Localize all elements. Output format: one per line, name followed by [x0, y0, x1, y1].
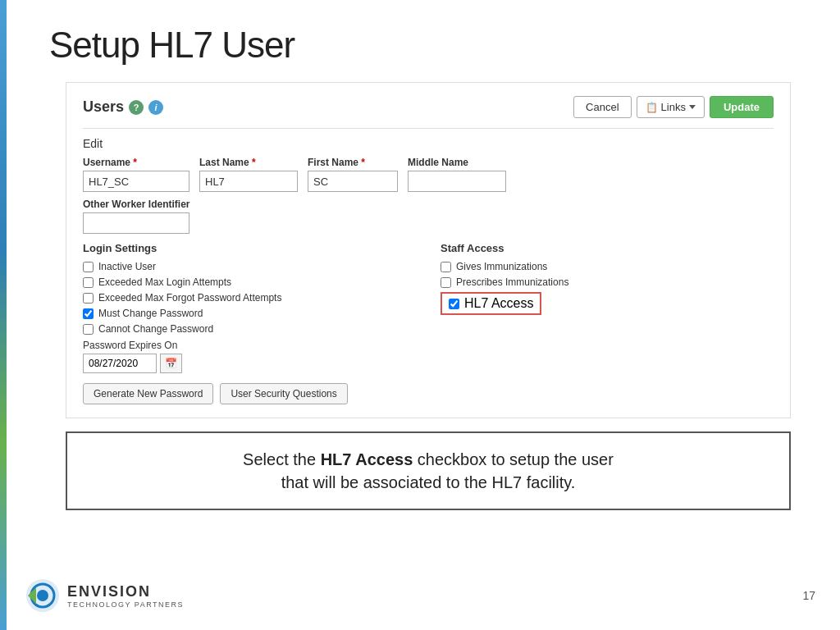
middlename-label: Middle Name	[408, 157, 506, 168]
links-button[interactable]: 📋 Links	[637, 96, 705, 118]
gives-immunizations-label: Gives Immunizations	[456, 261, 547, 272]
cannot-change-password-row: Cannot Change Password	[83, 323, 416, 335]
info-icon[interactable]: i	[148, 100, 163, 115]
prescribes-immunizations-label: Prescribes Immunizations	[456, 276, 568, 288]
exceeded-max-forgot-label: Exceeded Max Forgot Password Attempts	[98, 292, 281, 304]
logo-subtitle: TECHNOLOGY PARTNERS	[67, 600, 184, 609]
firstname-label: First Name *	[308, 157, 398, 168]
username-input[interactable]	[83, 171, 189, 192]
logo-svg	[25, 578, 61, 614]
copy-icon: 📋	[646, 102, 658, 113]
password-expires-input[interactable]	[83, 354, 157, 373]
inactive-user-row: Inactive User	[83, 261, 416, 272]
logo-name: ENVISION	[67, 583, 184, 600]
other-worker-section: Other Worker Identifier	[83, 199, 774, 234]
hl7-access-label: HL7 Access	[464, 296, 533, 311]
prescribes-immunizations-row: Prescribes Immunizations	[441, 276, 774, 288]
login-settings-title: Login Settings	[83, 242, 416, 254]
calendar-button[interactable]: 📅	[160, 354, 182, 373]
two-col-layout: Login Settings Inactive User Exceeded Ma…	[83, 242, 774, 404]
info-bold-text: HL7 Access	[321, 450, 413, 468]
header-buttons: Cancel 📋 Links Update	[573, 96, 774, 118]
firstname-group: First Name *	[308, 157, 398, 192]
footer: ENVISION TECHNOLOGY PARTNERS 17	[25, 578, 815, 614]
page-number: 17	[802, 589, 815, 602]
divider	[83, 128, 774, 129]
cannot-change-password-checkbox[interactable]	[83, 324, 94, 335]
logo-text-area: ENVISION TECHNOLOGY PARTNERS	[67, 583, 184, 609]
otherworker-input[interactable]	[83, 212, 189, 234]
inactive-user-checkbox[interactable]	[83, 262, 94, 272]
info-box: Select the HL7 Access checkbox to setup …	[66, 431, 791, 510]
help-icon[interactable]: ?	[129, 100, 144, 115]
page-title: Setup HL7 User	[49, 25, 807, 66]
fields-row: Username * Last Name * First Name * Midd…	[83, 157, 774, 192]
exceeded-max-login-label: Exceeded Max Login Attempts	[98, 276, 231, 288]
cancel-button[interactable]: Cancel	[573, 96, 631, 118]
must-change-password-label: Must Change Password	[98, 308, 203, 319]
svg-point-2	[37, 590, 48, 601]
info-text-line2: that will be associated to the HL7 facil…	[281, 473, 576, 491]
lastname-group: Last Name *	[199, 157, 298, 192]
middlename-input[interactable]	[408, 171, 506, 192]
cannot-change-password-label: Cannot Change Password	[98, 323, 213, 335]
hl7-access-box: HL7 Access	[441, 292, 541, 315]
must-change-password-row: Must Change Password	[83, 308, 416, 319]
generate-password-button[interactable]: Generate New Password	[83, 383, 213, 404]
staff-access-title: Staff Access	[441, 242, 774, 254]
security-questions-button[interactable]: User Security Questions	[220, 383, 347, 404]
exceeded-max-login-checkbox[interactable]	[83, 277, 94, 288]
inactive-user-label: Inactive User	[98, 261, 156, 272]
exceeded-max-forgot-row: Exceeded Max Forgot Password Attempts	[83, 292, 416, 304]
firstname-input[interactable]	[308, 171, 398, 192]
staff-access-col: Staff Access Gives Immunizations Prescri…	[441, 242, 774, 404]
username-group: Username *	[83, 157, 189, 192]
middlename-group: Middle Name	[408, 157, 506, 192]
must-change-password-checkbox[interactable]	[83, 308, 94, 319]
prescribes-immunizations-checkbox[interactable]	[441, 277, 451, 288]
users-title-area: Users ? i	[83, 98, 163, 116]
hl7-access-checkbox[interactable]	[449, 299, 459, 309]
lastname-input[interactable]	[199, 171, 298, 192]
login-settings-col: Login Settings Inactive User Exceeded Ma…	[83, 242, 416, 404]
date-input-row: 📅	[83, 354, 416, 373]
users-label: Users	[83, 98, 124, 116]
edit-label: Edit	[83, 137, 774, 150]
exceeded-max-forgot-checkbox[interactable]	[83, 293, 94, 304]
otherworker-label: Other Worker Identifier	[83, 199, 774, 210]
gives-immunizations-row: Gives Immunizations	[441, 261, 774, 272]
gives-immunizations-checkbox[interactable]	[441, 262, 451, 272]
users-header: Users ? i Cancel 📋 Links Update	[83, 96, 774, 118]
info-text-part1: Select the	[243, 450, 321, 468]
logo-area: ENVISION TECHNOLOGY PARTNERS	[25, 578, 184, 614]
chevron-down-icon	[689, 105, 696, 109]
username-label: Username *	[83, 157, 189, 168]
form-card: Users ? i Cancel 📋 Links Update Edit Us	[66, 82, 791, 418]
exceeded-max-login-row: Exceeded Max Login Attempts	[83, 276, 416, 288]
info-text-part2: checkbox to setup the user	[413, 450, 614, 468]
password-expires-label: Password Expires On	[83, 340, 416, 351]
accent-bar	[0, 0, 7, 630]
action-buttons-row: Generate New Password User Security Ques…	[83, 383, 416, 404]
update-button[interactable]: Update	[710, 96, 774, 118]
lastname-label: Last Name *	[199, 157, 298, 168]
